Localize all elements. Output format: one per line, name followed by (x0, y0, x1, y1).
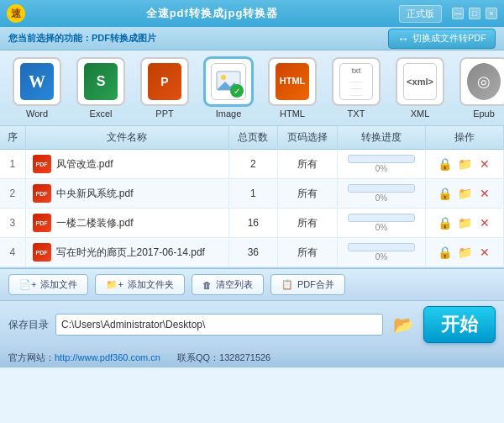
row-actions-1: 🔒 📁 ✕ (426, 179, 504, 209)
delete-action-button[interactable]: ✕ (476, 214, 493, 231)
row-pages-1: 1 (228, 179, 277, 209)
row-progress-3: 0% (337, 238, 426, 267)
delete-action-button[interactable]: ✕ (476, 156, 493, 172)
open-folder-action-button[interactable]: 📁 (456, 185, 473, 202)
close-button[interactable]: × (486, 8, 497, 19)
image-icon-box: ✓ (204, 57, 253, 106)
html-label: HTML (280, 108, 305, 119)
delete-action-button[interactable]: ✕ (476, 244, 493, 261)
col-filename: 文件名称 (25, 126, 228, 150)
app-version: 正式版 (399, 5, 442, 23)
save-action-button[interactable]: 🔒 (436, 214, 453, 231)
maximize-button[interactable]: □ (469, 8, 480, 19)
row-progress-2: 0% (337, 209, 426, 238)
col-pages: 总页数 (228, 126, 277, 150)
html-icon-box: HTML (268, 57, 317, 106)
format-xml[interactable]: <xml> XML (391, 57, 449, 119)
row-actions-2: 🔒 📁 ✕ (426, 209, 504, 238)
clear-icon: 🗑 (202, 280, 212, 290)
func-label: 您当前选择的功能：PDF转换成图片 (8, 32, 156, 45)
format-excel[interactable]: S Excel (72, 57, 129, 119)
bottom-toolbar: 📄+ 添加文件 📁+ 添加文件夹 🗑 清空列表 📋 PDF合并 (0, 268, 504, 301)
table-row: 3 PDF 一楼二楼装修.pdf 16 所有 0% 🔒 📁 ✕ (0, 209, 504, 238)
format-row: W Word S Excel P PPT ✓ Image (0, 50, 504, 126)
image-label: Image (216, 108, 242, 119)
progress-text: 0% (344, 252, 419, 262)
active-checkmark: ✓ (230, 84, 244, 98)
txt-label: TXT (348, 108, 365, 119)
save-action-button[interactable]: 🔒 (436, 185, 453, 202)
footer-website-link[interactable]: http://www.pdf360.com.cn (55, 352, 160, 362)
format-epub[interactable]: ◎ Epub (455, 57, 504, 119)
row-progress-1: 0% (337, 179, 426, 209)
col-pagesel: 页码选择 (277, 126, 337, 150)
app-title: 全速pdf转换成jpg转换器 (25, 6, 399, 21)
file-table: 序 文件名称 总页数 页码选择 转换进度 操作 1 PDF 风管改造.pdf 2… (0, 126, 504, 267)
svg-point-1 (221, 75, 226, 80)
row-pages-0: 2 (228, 150, 277, 179)
open-folder-action-button[interactable]: 📁 (456, 156, 473, 172)
progress-bar (348, 214, 415, 222)
browse-folder-button[interactable]: 📂 (390, 313, 417, 336)
excel-icon-box: S (76, 57, 125, 106)
pdf-icon: PDF (33, 155, 51, 173)
html-icon: HTML (276, 63, 309, 100)
folder-icon: 📂 (393, 315, 414, 335)
save-action-button[interactable]: 🔒 (436, 244, 453, 261)
delete-action-button[interactable]: ✕ (476, 185, 493, 202)
file-list-area: 序 文件名称 总页数 页码选择 转换进度 操作 1 PDF 风管改造.pdf 2… (0, 126, 504, 268)
row-num-0: 1 (0, 150, 25, 179)
txt-icon: txt _________ (339, 63, 373, 100)
ppt-icon: P (148, 63, 181, 100)
minimize-button[interactable]: — (452, 8, 464, 19)
add-file-icon: 📄+ (19, 279, 36, 290)
progress-text: 0% (344, 164, 419, 173)
switch-button[interactable]: ↔ 切换成文件转PDF (388, 29, 496, 49)
row-actions-3: 🔒 📁 ✕ (426, 238, 504, 267)
save-bar: 保存目录 📂 开始 (0, 301, 504, 348)
progress-bar (348, 184, 415, 193)
row-num-3: 4 (0, 238, 25, 267)
col-seq: 序 (0, 126, 25, 150)
format-html[interactable]: HTML HTML (264, 57, 321, 119)
word-icon-box: W (13, 57, 61, 106)
row-pagesel-2: 所有 (277, 209, 337, 238)
epub-icon: ◎ (467, 63, 501, 100)
format-image[interactable]: ✓ Image (200, 57, 257, 119)
format-txt[interactable]: txt _________ TXT (328, 57, 385, 119)
footer: 官方网站：http://www.pdf360.com.cn 联系QQ：13282… (0, 348, 504, 367)
excel-icon: S (84, 63, 118, 100)
merge-pdf-button[interactable]: 📋 PDF合并 (270, 274, 345, 295)
save-action-button[interactable]: 🔒 (436, 156, 453, 172)
format-word[interactable]: W Word (8, 57, 66, 119)
clear-list-button[interactable]: 🗑 清空列表 (192, 274, 264, 295)
xml-icon-box: <xml> (396, 57, 444, 106)
add-file-button[interactable]: 📄+ 添加文件 (8, 274, 88, 295)
merge-icon: 📋 (281, 279, 293, 290)
save-path-input[interactable] (55, 314, 383, 336)
add-folder-button[interactable]: 📁+ 添加文件夹 (95, 274, 184, 295)
table-row: 2 PDF 中央新风系统.pdf 1 所有 0% 🔒 📁 ✕ (0, 179, 504, 209)
row-filename-2: PDF 一楼二楼装修.pdf (25, 209, 228, 238)
txt-icon-box: txt _________ (332, 57, 381, 106)
row-pagesel-0: 所有 (277, 150, 337, 179)
app-logo: 速 (7, 4, 25, 23)
row-filename-3: PDF 写在时光的廊页上2017-06-14.pdf (25, 238, 228, 267)
open-folder-action-button[interactable]: 📁 (456, 214, 473, 231)
start-button[interactable]: 开始 (423, 306, 496, 343)
col-progress: 转换进度 (337, 126, 426, 150)
table-header-row: 序 文件名称 总页数 页码选择 转换进度 操作 (0, 126, 504, 150)
pdf-icon: PDF (33, 214, 51, 232)
row-pagesel-1: 所有 (277, 179, 337, 209)
row-num-2: 3 (0, 209, 25, 238)
row-pagesel-3: 所有 (277, 238, 337, 267)
format-ppt[interactable]: P PPT (136, 57, 193, 119)
col-action: 操作 (426, 126, 504, 150)
ppt-label: PPT (155, 108, 173, 119)
title-bar: 速 全速pdf转换成jpg转换器 正式版 — □ × (0, 0, 504, 27)
row-num-1: 2 (0, 179, 25, 209)
progress-bar (348, 243, 415, 251)
window-controls: — □ × (452, 8, 497, 19)
open-folder-action-button[interactable]: 📁 (456, 244, 473, 261)
pdf-icon: PDF (33, 184, 51, 203)
